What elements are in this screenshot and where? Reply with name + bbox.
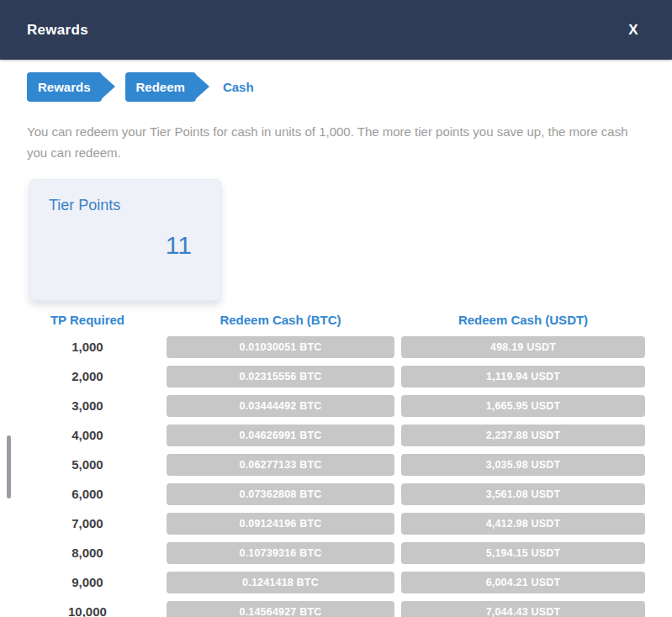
redeem-btc-button[interactable]: 0.06277133 BTC [167,454,394,476]
table-row: 6,000 0.07362808 BTC 3,561.08 USDT [25,483,645,505]
tp-required-value: 8,000 [25,546,150,560]
description-text: You can redeem your Tier Points for cash… [27,122,645,164]
redeem-usdt-button[interactable]: 498.19 USDT [401,336,645,358]
tp-required-value: 4,000 [25,428,150,442]
redeem-btc-button[interactable]: 0.01030051 BTC [167,336,394,358]
tp-required-value: 1,000 [25,340,150,354]
tp-required-value: 6,000 [25,487,150,501]
tp-required-value: 5,000 [25,457,150,472]
col-header-tp-required: TP Required [25,313,150,327]
redeem-btc-button[interactable]: 0.10739316 BTC [167,542,394,564]
breadcrumb-tab-rewards-label: Rewards [38,80,91,94]
redeem-btc-button[interactable]: 0.03444492 BTC [167,395,394,417]
tp-required-value: 2,000 [25,369,150,383]
redeem-usdt-button[interactable]: 1,665.95 USDT [401,395,645,417]
redeem-usdt-button[interactable]: 7,044.43 USDT [401,601,645,617]
table-rows: 1,000 0.01030051 BTC 498.19 USDT 2,000 0… [25,336,645,617]
tp-required-value: 3,000 [25,398,150,413]
tier-points-label: Tier Points [49,197,202,214]
redeem-btc-button[interactable]: 0.07362808 BTC [167,483,394,505]
redeem-usdt-button[interactable]: 2,237.88 USDT [401,425,645,446]
redeem-btc-button[interactable]: 0.09124196 BTC [167,513,394,535]
scrollbar-thumb[interactable] [7,435,11,498]
tier-points-value: 11 [49,231,202,260]
table-row: 7,000 0.09124196 BTC 4,412.98 USDT [25,513,645,535]
redeem-btc-button[interactable]: 0.02315556 BTC [167,366,394,388]
breadcrumb-item-cash: Cash [223,80,254,94]
redeem-usdt-button[interactable]: 5,194.15 USDT [401,542,645,564]
table-header-row: TP Required Redeem Cash (BTC) Redeem Cas… [25,313,645,327]
tier-points-card: Tier Points 11 [29,179,221,301]
breadcrumb-tab-rewards[interactable]: Rewards [27,72,102,102]
table-row: 10,000 0.14564927 BTC 7,044.43 USDT [25,601,645,617]
redeem-usdt-button[interactable]: 1,119.94 USDT [401,366,645,388]
redeem-table: TP Required Redeem Cash (BTC) Redeem Cas… [25,313,645,617]
breadcrumb: Rewards Redeem Cash [27,72,645,102]
col-header-redeem-usdt: Redeem Cash (USDT) [401,313,645,327]
redeem-btc-button[interactable]: 0.1241418 BTC [167,572,394,593]
breadcrumb-tab-redeem-label: Redeem [136,80,185,94]
table-row: 3,000 0.03444492 BTC 1,665.95 USDT [25,395,645,417]
col-header-redeem-btc: Redeem Cash (BTC) [167,313,394,327]
redeem-usdt-button[interactable]: 4,412.98 USDT [401,513,645,535]
modal-body: Rewards Redeem Cash You can redeem your … [0,60,672,617]
table-row: 4,000 0.04626991 BTC 2,237.88 USDT [25,425,645,446]
table-row: 9,000 0.1241418 BTC 6,004.21 USDT [25,572,645,593]
redeem-usdt-button[interactable]: 3,561.08 USDT [401,483,645,505]
rewards-modal: Rewards X Rewards Redeem Cash You can re… [0,0,672,617]
tp-required-value: 10,000 [25,604,150,617]
close-button[interactable]: X [628,22,638,39]
redeem-btc-button[interactable]: 0.14564927 BTC [167,601,394,617]
breadcrumb-tab-redeem[interactable]: Redeem [125,72,196,102]
redeem-usdt-button[interactable]: 6,004.21 USDT [401,572,645,593]
modal-header: Rewards X [0,0,672,60]
table-row: 8,000 0.10739316 BTC 5,194.15 USDT [25,542,645,564]
modal-title: Rewards [27,22,88,39]
redeem-btc-button[interactable]: 0.04626991 BTC [167,425,394,446]
table-row: 5,000 0.06277133 BTC 3,035.98 USDT [25,454,645,476]
redeem-usdt-button[interactable]: 3,035.98 USDT [401,454,645,476]
table-row: 1,000 0.01030051 BTC 498.19 USDT [25,336,645,358]
tp-required-value: 7,000 [25,516,150,530]
table-row: 2,000 0.02315556 BTC 1,119.94 USDT [25,366,645,388]
tp-required-value: 9,000 [25,575,150,589]
